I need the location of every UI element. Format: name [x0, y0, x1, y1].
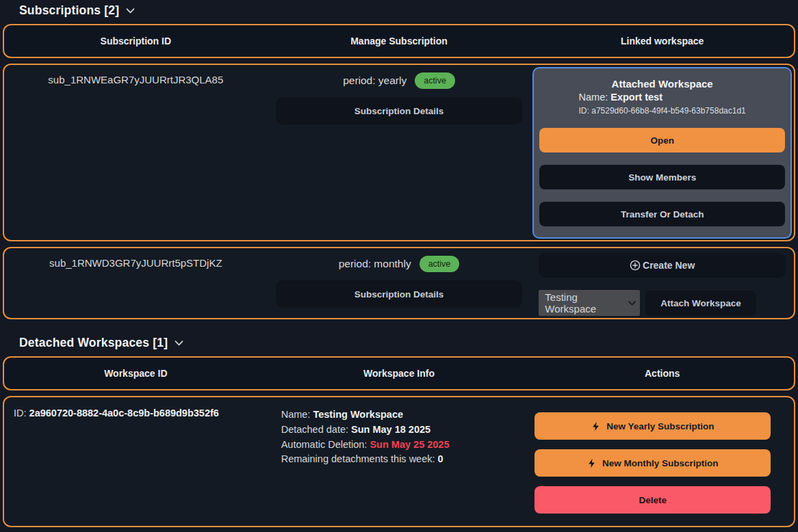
column-manage-subscription: Manage Subscription — [268, 36, 531, 46]
automatic-deletion-line: Automatic Deletion: Sun May 25 2025 — [281, 438, 531, 453]
detached-workspace-row: ID: 2a960720-8882-4a0c-8c9b-b689d9b352f6… — [3, 396, 795, 527]
lightning-bolt-icon — [591, 421, 600, 431]
subscription-id: sub_1RNWEaGR7yJUURrtJR3QLA85 — [4, 65, 268, 241]
column-linked-workspace: Linked workspace — [530, 36, 794, 46]
status-badge: active — [420, 256, 460, 272]
delete-workspace-button[interactable]: Delete — [535, 486, 771, 514]
plus-circle-icon — [630, 260, 641, 271]
new-monthly-subscription-button[interactable]: New Monthly Subscription — [535, 449, 771, 477]
select-chevron-icon — [628, 301, 636, 306]
linked-workspace-cell: Create New Testing Workspace Attach Work… — [530, 248, 794, 321]
show-members-button[interactable]: Show Members — [539, 165, 785, 189]
subscriptions-heading: Subscriptions [2] — [19, 3, 119, 18]
lightning-bolt-icon — [587, 458, 596, 468]
manage-subscription-cell: period: yearly active Subscription Detai… — [268, 65, 531, 241]
subscription-row: sub_1RNWEaGR7yJUURrtJR3QLA85 period: yea… — [3, 64, 795, 241]
subscription-id: sub_1RNWD3GR7yJUURrt5pSTDjKZ — [4, 248, 268, 321]
workspace-name-line: Name: Testing Workspace — [281, 408, 531, 423]
transfer-or-detach-button[interactable]: Transfer Or Detach — [539, 202, 785, 226]
column-subscription-id: Subscription ID — [4, 36, 268, 46]
workspace-id-line: ID: a7529d60-66b8-49f4-b549-63b758dac1d1 — [579, 106, 746, 116]
column-workspace-id: Workspace ID — [4, 368, 268, 379]
manage-subscription-cell: period: monthly active Subscription Deta… — [268, 248, 531, 321]
detached-heading: Detached Workspaces [1] — [19, 336, 168, 350]
attached-workspace-panel: Attached Workspace Name: Export test ID:… — [532, 67, 792, 239]
chevron-down-icon — [175, 341, 183, 346]
workspace-name-value: Export test — [610, 92, 662, 103]
chevron-down-icon — [126, 8, 135, 14]
open-workspace-button[interactable]: Open — [539, 128, 785, 152]
column-workspace-info: Workspace Info — [268, 368, 531, 379]
detached-table-header: Workspace ID Workspace Info Actions — [3, 356, 795, 390]
detached-section-toggle[interactable]: Detached Workspaces [1] — [3, 325, 795, 356]
subscription-details-button[interactable]: Subscription Details — [276, 97, 523, 124]
subscription-row: sub_1RNWD3GR7yJUURrt5pSTDjKZ period: mon… — [3, 247, 795, 319]
workspace-select[interactable]: Testing Workspace — [539, 290, 640, 316]
create-new-workspace-button[interactable]: Create New — [539, 253, 786, 278]
detached-workspace-actions: New Yearly Subscription New Monthly Subs… — [530, 397, 794, 526]
new-yearly-subscription-button[interactable]: New Yearly Subscription — [535, 412, 771, 440]
subscriptions-table-header: Subscription ID Manage Subscription Link… — [3, 24, 795, 58]
remaining-detachments-line: Remaining detachments this week: 0 — [281, 452, 531, 467]
subscription-details-button[interactable]: Subscription Details — [276, 280, 523, 308]
status-badge: active — [415, 72, 455, 89]
period-label: period: yearly — [343, 75, 407, 87]
detached-workspace-info: Name: Testing Workspace Detached date: S… — [268, 397, 531, 526]
period-label: period: monthly — [339, 258, 411, 270]
workspace-name-line: Name: Export test — [579, 92, 746, 103]
linked-workspace-cell: Attached Workspace Name: Export test ID:… — [530, 65, 794, 241]
detached-workspace-id: ID: 2a960720-8882-4a0c-8c9b-b689d9b352f6 — [4, 397, 268, 526]
workspace-id-value: a7529d60-66b8-49f4-b549-63b758dac1d1 — [591, 106, 746, 116]
deletion-date-value: Sun May 25 2025 — [370, 439, 449, 450]
subscriptions-section-toggle[interactable]: Subscriptions [2] — [3, 0, 795, 24]
detached-date-line: Detached date: Sun May 18 2025 — [281, 423, 531, 438]
subscriptions-page: Subscriptions [2] Subscription ID Manage… — [0, 0, 798, 527]
attached-workspace-title: Attached Workspace — [539, 78, 785, 90]
detached-workspace-id-value: 2a960720-8882-4a0c-8c9b-b689d9b352f6 — [29, 408, 219, 418]
attach-workspace-button[interactable]: Attach Workspace — [645, 291, 756, 316]
column-actions: Actions — [530, 368, 794, 379]
